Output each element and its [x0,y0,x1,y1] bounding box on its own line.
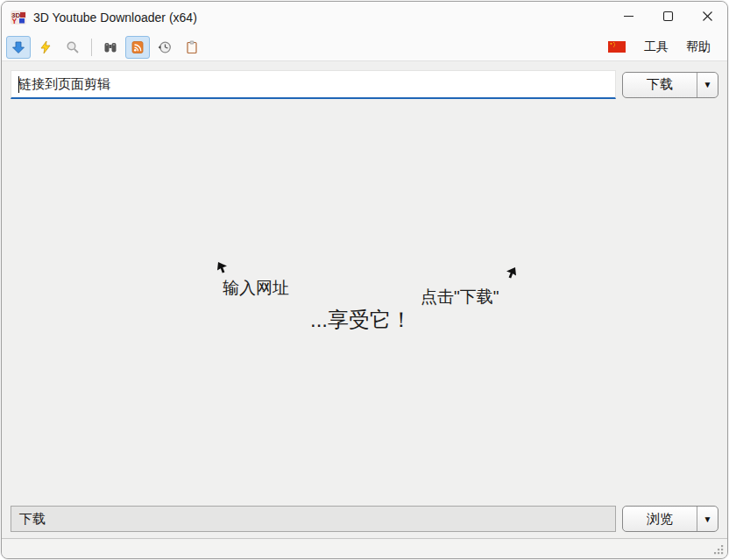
svg-text:Y: Y [12,17,18,25]
maximize-button[interactable] [648,2,688,33]
status-bar [2,538,727,558]
cursor-arrow-nw-icon [217,262,229,278]
hint-click-download: 点击"下载" [421,286,499,308]
app-window: 3D Y 3D Youtube Downloader (x64) [1,1,728,559]
window-title: 3D Youtube Downloader (x64) [33,11,197,25]
cursor-arrow-ne-icon [505,267,516,283]
hint-enter-url: 输入网址 [223,277,289,300]
title-bar: 3D Y 3D Youtube Downloader (x64) [2,2,727,33]
maximize-icon [662,11,674,25]
download-path-field[interactable]: 下载 [11,506,616,532]
window-controls [609,2,727,33]
url-row: 下载 ▼ [2,61,727,99]
close-icon [702,11,713,25]
clipboard-icon[interactable] [180,36,204,59]
language-flag-icon[interactable] [608,41,626,53]
browse-split-button[interactable]: 浏览 ▼ [622,506,718,532]
menu-help[interactable]: 帮助 [680,37,717,58]
history-clock-icon[interactable] [152,36,177,59]
toolbar-separator [91,39,92,56]
close-button[interactable] [688,2,727,33]
download-arrow-icon[interactable] [6,36,31,59]
resize-grip-icon[interactable] [713,544,725,556]
lightning-icon[interactable] [33,36,58,59]
download-split-button[interactable]: 下载 ▼ [622,72,718,98]
rss-feed-icon[interactable] [125,36,150,59]
toolbar: 工具 帮助 [2,33,727,60]
hint-enjoy: ...享受它！ [310,306,412,334]
chevron-down-icon[interactable]: ▼ [697,73,718,97]
browse-button-label[interactable]: 浏览 [623,507,697,531]
bottom-row: 下载 浏览 ▼ [2,506,727,538]
chevron-down-icon[interactable]: ▼ [697,507,718,531]
main-area: 输入网址 点击"下载" ...享受它！ [2,99,727,506]
toolbar-buttons [2,36,204,59]
url-input-wrap [11,70,616,99]
url-input[interactable] [11,71,615,97]
search-icon[interactable] [60,36,85,59]
download-button-label[interactable]: 下载 [623,73,697,97]
minimize-icon [623,11,634,25]
title-bar-left: 3D Y 3D Youtube Downloader (x64) [2,11,609,25]
toolbar-menu: 工具 帮助 [608,37,727,58]
app-logo-icon: 3D Y [11,11,26,25]
text-caret [18,76,19,93]
minimize-button[interactable] [609,2,648,33]
menu-tools[interactable]: 工具 [638,37,675,58]
binoculars-icon[interactable] [98,36,123,59]
